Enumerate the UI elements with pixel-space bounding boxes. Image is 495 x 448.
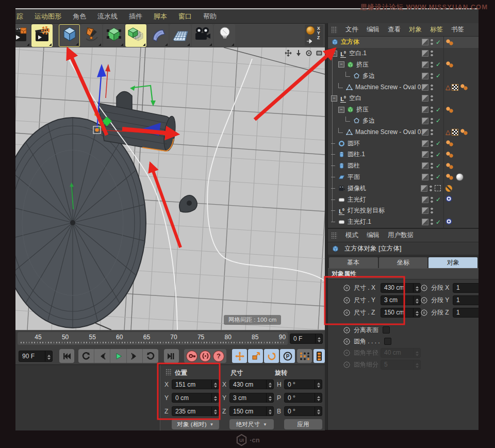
object-row-12[interactable]: 平面✓ <box>328 172 478 183</box>
object-row-9[interactable]: 圆环✓ <box>328 138 478 149</box>
phong-tag-icon[interactable] <box>446 39 454 45</box>
visibility-dots-icon[interactable] <box>431 73 433 79</box>
environment-floor-button[interactable] <box>170 24 191 47</box>
deformer-button[interactable] <box>147 24 169 47</box>
xpresso-tag-icon[interactable]: △ <box>446 84 450 90</box>
om-menu-3[interactable]: 对象 <box>409 25 422 34</box>
layer-toggle-icon[interactable] <box>422 129 428 136</box>
menu-item-2[interactable]: 角色 <box>73 12 86 21</box>
param-radio-icon[interactable] <box>343 285 350 291</box>
object-row-0[interactable]: 立方体✓ <box>328 37 478 48</box>
layer-toggle-icon[interactable] <box>422 140 428 147</box>
param-radio-icon[interactable] <box>343 309 350 316</box>
panel-grip-icon[interactable] <box>331 26 337 33</box>
layer-toggle-icon[interactable] <box>422 73 428 79</box>
om-menu-0[interactable]: 文件 <box>345 25 358 34</box>
value-field[interactable]: 235 cm <box>172 406 219 416</box>
menu-item-6[interactable]: 窗口 <box>178 12 192 21</box>
field-spinner[interactable] <box>211 393 219 402</box>
value-field[interactable]: 0 ° <box>284 406 322 416</box>
spline-pen-button[interactable] <box>81 24 102 47</box>
param-radio-icon[interactable] <box>343 350 350 356</box>
enabled-check-icon[interactable]: ✓ <box>435 162 442 170</box>
object-row-8[interactable]: Machine Screw - Oval 01△ <box>328 126 478 138</box>
menu-item-7[interactable]: 帮助 <box>203 12 217 21</box>
phong-tag-icon[interactable] <box>446 61 454 68</box>
value-field[interactable]: 1 <box>453 295 478 305</box>
layer-toggle-icon[interactable] <box>422 151 428 158</box>
layer-toggle-icon[interactable] <box>422 162 428 169</box>
phong-tag-icon[interactable] <box>446 107 454 113</box>
target-tag-icon[interactable] <box>446 218 452 226</box>
enabled-check-icon[interactable]: ✓ <box>435 106 442 113</box>
object-row-5[interactable]: −L0空白 <box>328 93 478 104</box>
visibility-dots-icon[interactable] <box>431 61 433 68</box>
param-radio-icon[interactable] <box>421 285 427 291</box>
visibility-dots-icon[interactable] <box>431 39 433 45</box>
record-key-button[interactable] <box>186 351 197 362</box>
object-row-2[interactable]: −挤压✓ <box>328 59 478 71</box>
viewport-3d[interactable]: 网格间距 : 100 cm <box>15 47 325 330</box>
value-field[interactable]: 150 cm <box>381 308 421 318</box>
camera-tool-button[interactable] <box>192 24 213 47</box>
panel-grip-icon[interactable] <box>166 369 172 375</box>
param-radio-icon[interactable] <box>421 309 427 316</box>
generator-button[interactable] <box>103 24 124 47</box>
expand-toggle-icon[interactable]: − <box>331 51 337 57</box>
visibility-dots-icon[interactable] <box>431 84 433 91</box>
material-tag-icon[interactable] <box>456 173 464 181</box>
visibility-dots-icon[interactable] <box>431 118 433 124</box>
menu-item-0[interactable]: 踪 <box>16 12 23 21</box>
layer-toggle-icon[interactable] <box>422 50 428 57</box>
move-view-icon[interactable] <box>284 49 292 57</box>
visibility-dots-icon[interactable] <box>431 219 433 225</box>
layer-toggle-icon[interactable] <box>422 219 428 225</box>
light-tool-button[interactable] <box>214 24 235 47</box>
am-menu-0[interactable]: 模式 <box>345 231 358 240</box>
field-spinner[interactable] <box>315 393 322 402</box>
visibility-dots-icon[interactable] <box>431 50 433 57</box>
enabled-check-icon[interactable]: ✓ <box>435 72 442 79</box>
xpresso-tag-icon[interactable]: △ <box>446 129 450 135</box>
target-tag-icon[interactable] <box>446 195 452 204</box>
field-spinner[interactable] <box>315 380 322 389</box>
phong-tag-icon[interactable] <box>460 84 469 90</box>
value-field[interactable]: 150 cm <box>229 406 274 416</box>
om-menu-4[interactable]: 标签 <box>430 25 443 34</box>
checkbox[interactable] <box>383 326 390 334</box>
object-row-1[interactable]: −L0空白.1 <box>328 48 478 59</box>
object-row-13[interactable]: 摄像机 <box>328 182 478 194</box>
object-row-10[interactable]: 圆柱.1✓ <box>328 149 478 160</box>
texture-tag-icon[interactable] <box>452 129 458 136</box>
phong-tag-icon[interactable] <box>446 140 454 146</box>
enabled-check-icon[interactable]: ✓ <box>435 173 442 180</box>
current-frame-field[interactable]: 0 F <box>290 334 323 344</box>
panel-grip-icon[interactable] <box>331 232 337 239</box>
visibility-dots-icon[interactable] <box>431 106 433 113</box>
phong-tag-icon[interactable] <box>446 152 454 158</box>
value-field[interactable]: 0 ° <box>284 379 322 389</box>
layer-toggle-icon[interactable] <box>422 207 428 214</box>
object-row-7[interactable]: 多边✓ <box>328 115 478 127</box>
layer-toggle-icon[interactable] <box>421 185 427 192</box>
object-row-11[interactable]: 圆柱✓ <box>328 160 478 172</box>
phong-tag-icon[interactable] <box>460 129 469 135</box>
visibility-dots-icon[interactable] <box>431 162 433 169</box>
object-row-4[interactable]: Machine Screw - Oval 01△ <box>328 81 478 93</box>
enabled-check-icon[interactable]: ✓ <box>435 61 442 68</box>
value-field[interactable]: 3 cm <box>229 393 274 403</box>
object-row-3[interactable]: 多边✓ <box>328 70 478 81</box>
am-menu-2[interactable]: 用户数据 <box>388 231 414 240</box>
om-menu-1[interactable]: 编辑 <box>367 25 380 34</box>
tab-基本[interactable]: 基本 <box>329 257 378 268</box>
value-field[interactable]: 430 cm <box>381 283 421 293</box>
visibility-dots-icon[interactable] <box>430 185 432 192</box>
visibility-dots-icon[interactable] <box>431 207 433 214</box>
field-spinner[interactable] <box>211 407 219 416</box>
axis-lock-widget[interactable]: XYZ <box>305 25 323 46</box>
loop-button[interactable] <box>143 349 158 363</box>
timeline-ruler[interactable]: 45505560657075808590 <box>18 332 288 345</box>
layer-toggle-icon[interactable] <box>422 95 428 102</box>
value-field[interactable]: 3 cm <box>381 295 421 305</box>
param-radio-icon[interactable] <box>343 297 350 304</box>
